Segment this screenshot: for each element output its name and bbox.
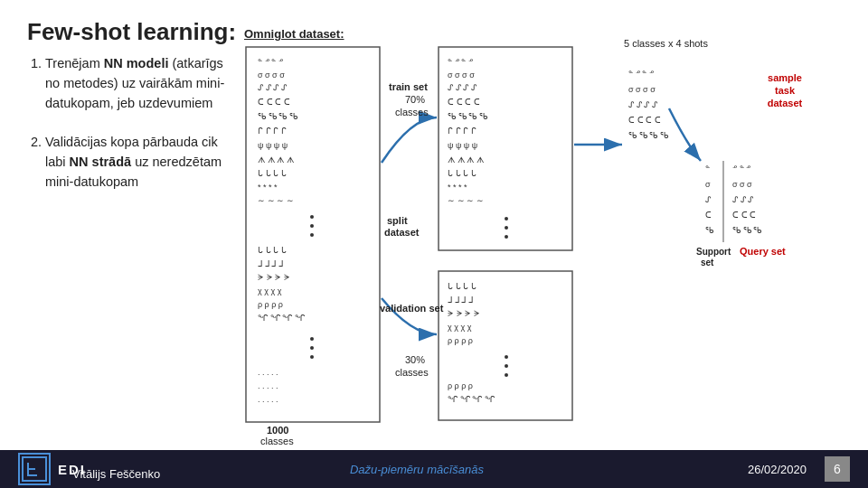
svg-text:σ σ σ σ: σ σ σ σ [258, 70, 285, 80]
svg-text:σ σ σ σ: σ σ σ σ [448, 70, 475, 80]
svg-text:ᔑ: ᔑ [705, 195, 712, 204]
svg-text:. . . . .: . . . . . [258, 381, 278, 390]
left-content: Trenējam NN modeli (atkarīgs no metodes)… [27, 54, 235, 212]
svg-text:ρ ρ ρ ρ: ρ ρ ρ ρ [448, 336, 473, 345]
points-list: Trenējam NN modeli (atkarīgs no metodes)… [27, 54, 235, 192]
svg-text:ᒧ ᒧ ᒧ ᒧ: ᒧ ᒧ ᒧ ᒧ [448, 296, 473, 305]
point-2: Validācijas kopa pārbauda cik labi NN st… [45, 133, 235, 192]
svg-text:ᒋ ᒋ ᒋ ᒋ: ᒋ ᒋ ᒋ ᒋ [448, 127, 476, 136]
diagram: Omniglot dataset: ᓐ ᓒ ᓐ ᓒ σ σ σ σ ᔑ ᔑ ᔑ … [244, 27, 859, 452]
footer-date: 26/02/2020 [748, 463, 807, 476]
svg-text:* * * *: * * * * [258, 183, 278, 192]
svg-text:classes: classes [395, 367, 429, 378]
svg-text:Query set: Query set [740, 246, 786, 257]
svg-text:ᒧ ᒧ ᒧ ᒧ: ᒧ ᒧ ᒧ ᒧ [258, 259, 283, 268]
svg-point-45 [505, 217, 508, 221]
svg-text:ᑕ ᑕ ᑕ ᑕ: ᑕ ᑕ ᑕ ᑕ [448, 98, 480, 107]
svg-text:ᓐ: ᓐ [705, 164, 710, 174]
svg-point-59 [505, 373, 508, 377]
svg-text:ᖃ ᖃ ᖃ ᖃ: ᖃ ᖃ ᖃ ᖃ [448, 112, 488, 121]
svg-text:σ σ σ: σ σ σ [732, 180, 752, 189]
svg-text:ᖃ ᖃ ᖃ: ᖃ ᖃ ᖃ [732, 226, 762, 235]
svg-text:ᓐ ᓒ ᓐ ᓒ: ᓐ ᓒ ᓐ ᓒ [448, 58, 473, 67]
svg-text:dataset: dataset [384, 227, 420, 238]
svg-point-47 [505, 235, 508, 239]
svg-text:classes: classes [395, 107, 429, 117]
svg-text:ᖃ: ᖃ [705, 226, 714, 235]
svg-rect-33 [439, 47, 572, 250]
svg-text:ᓐ ᓒ ᓐ ᓒ: ᓐ ᓒ ᓐ ᓒ [258, 58, 283, 67]
svg-rect-51 [439, 271, 572, 420]
svg-text:ᒐ ᒐ ᒐ ᒐ: ᒐ ᒐ ᒐ ᒐ [258, 246, 287, 255]
footer-center-title: Dažu-piemēru mācīšanās [350, 463, 484, 476]
svg-text:dataset: dataset [768, 98, 803, 108]
svg-text:ᗒ ᗒ ᗒ ᗒ: ᗒ ᗒ ᗒ ᗒ [258, 273, 290, 282]
svg-text:ᗒ ᗒ ᗒ ᗒ: ᗒ ᗒ ᗒ ᗒ [448, 309, 480, 318]
svg-text:ᖃ ᖃ ᖃ ᖃ: ᖃ ᖃ ᖃ ᖃ [258, 112, 298, 121]
svg-text:task: task [775, 85, 796, 96]
svg-text:ᔑ ᔑ ᔑ: ᔑ ᔑ ᔑ [732, 195, 754, 204]
svg-text:70%: 70% [405, 94, 425, 105]
svg-text:∼ ∼ ∼ ∼: ∼ ∼ ∼ ∼ [258, 196, 294, 205]
svg-text:. . . . .: . . . . . [258, 395, 278, 404]
slide: Few-shot learning: Trenējam NN modeli (a… [0, 0, 868, 488]
svg-point-14 [310, 233, 314, 237]
svg-text:ρ ρ ρ ρ: ρ ρ ρ ρ [258, 300, 283, 309]
logo-box [18, 453, 51, 485]
svg-text:. . . . .: . . . . . [258, 368, 278, 377]
svg-text:ᑕ ᑕ ᑕ ᑕ: ᑕ ᑕ ᑕ ᑕ [258, 98, 290, 107]
svg-text:Support: Support [696, 247, 731, 257]
svg-text:ᖏ ᖏ ᖏ ᖏ: ᖏ ᖏ ᖏ ᖏ [448, 395, 495, 404]
svg-text:ᓒ ᓐ ᓒ: ᓒ ᓐ ᓒ [732, 164, 750, 174]
svg-point-23 [310, 355, 314, 359]
svg-point-12 [310, 215, 314, 219]
svg-point-21 [310, 337, 314, 341]
svg-text:ᗑ ᗑ ᗑ ᗑ: ᗑ ᗑ ᗑ ᗑ [448, 155, 485, 164]
svg-text:* * * *: * * * * [448, 183, 467, 192]
svg-point-22 [310, 346, 314, 350]
svg-text:train set: train set [389, 81, 428, 92]
svg-text:ψ ψ ψ ψ: ψ ψ ψ ψ [258, 141, 288, 150]
svg-point-13 [310, 224, 314, 228]
svg-text:χ χ χ χ: χ χ χ χ [448, 323, 472, 332]
footer-page: 6 [825, 456, 850, 482]
svg-text:validation set: validation set [380, 303, 444, 314]
point-2-text: Validācijas kopa pārbauda cik labi NN st… [45, 135, 222, 189]
point-1: Trenējam NN modeli (atkarīgs no metodes)… [45, 54, 235, 113]
svg-point-46 [505, 226, 508, 230]
svg-text:ᖃ ᖃ ᖃ ᖃ: ᖃ ᖃ ᖃ ᖃ [628, 131, 669, 140]
svg-text:ᒋ ᒋ ᒋ ᒋ: ᒋ ᒋ ᒋ ᒋ [258, 127, 287, 136]
svg-point-58 [505, 364, 508, 368]
svg-text:ᒐ ᒐ ᒐ ᒐ: ᒐ ᒐ ᒐ ᒐ [258, 169, 287, 178]
svg-text:30%: 30% [405, 354, 425, 365]
svg-text:sample: sample [768, 72, 802, 83]
svg-text:ᒐ ᒐ ᒐ ᒐ: ᒐ ᒐ ᒐ ᒐ [448, 282, 476, 291]
svg-text:σ σ σ σ: σ σ σ σ [628, 85, 656, 94]
svg-text:ᑕ ᑕ ᑕ ᑕ: ᑕ ᑕ ᑕ ᑕ [628, 116, 661, 125]
svg-text:ᔑ ᔑ ᔑ ᔑ: ᔑ ᔑ ᔑ ᔑ [628, 100, 658, 109]
omniglot-label: Omniglot dataset: [244, 27, 344, 41]
svg-text:ψ ψ ψ ψ: ψ ψ ψ ψ [448, 141, 477, 150]
svg-text:5 classes x 4 shots: 5 classes x 4 shots [624, 38, 708, 49]
svg-text:classes: classes [260, 436, 294, 446]
diagram-svg: ᓐ ᓒ ᓐ ᓒ σ σ σ σ ᔑ ᔑ ᔑ ᔑ ᑕ ᑕ ᑕ ᑕ ᖃ ᖃ ᖃ ᖃ … [244, 27, 859, 452]
svg-point-57 [505, 355, 508, 359]
svg-text:ᖏ ᖏ ᖏ ᖏ: ᖏ ᖏ ᖏ ᖏ [258, 314, 306, 323]
svg-text:ᒐ ᒐ ᒐ ᒐ: ᒐ ᒐ ᒐ ᒐ [448, 169, 476, 178]
svg-text:ᓐ ᓒ ᓐ ᓒ: ᓐ ᓒ ᓐ ᓒ [628, 70, 654, 79]
svg-text:set: set [701, 258, 714, 267]
svg-text:ᔑ ᔑ ᔑ ᔑ: ᔑ ᔑ ᔑ ᔑ [258, 83, 288, 92]
svg-text:split: split [387, 215, 408, 226]
svg-text:∼ ∼ ∼ ∼: ∼ ∼ ∼ ∼ [448, 196, 484, 205]
svg-text:ᑕ: ᑕ [705, 211, 712, 220]
footer-right: 26/02/2020 6 [748, 456, 850, 482]
edi-logo-icon [21, 455, 48, 483]
svg-text:ρ ρ ρ ρ: ρ ρ ρ ρ [448, 381, 473, 390]
svg-rect-0 [246, 47, 380, 422]
point-1-text: Trenējam NN modeli (atkarīgs no metodes)… [45, 56, 224, 110]
svg-text:ᑕ ᑕ ᑕ: ᑕ ᑕ ᑕ [732, 211, 756, 220]
svg-text:σ: σ [705, 180, 711, 189]
svg-text:ᗑ ᗑ ᗑ ᗑ: ᗑ ᗑ ᗑ ᗑ [258, 155, 295, 164]
footer-author: Vitālijs Feščenko [72, 467, 160, 481]
svg-text:ᔑ ᔑ ᔑ ᔑ: ᔑ ᔑ ᔑ ᔑ [448, 83, 477, 92]
